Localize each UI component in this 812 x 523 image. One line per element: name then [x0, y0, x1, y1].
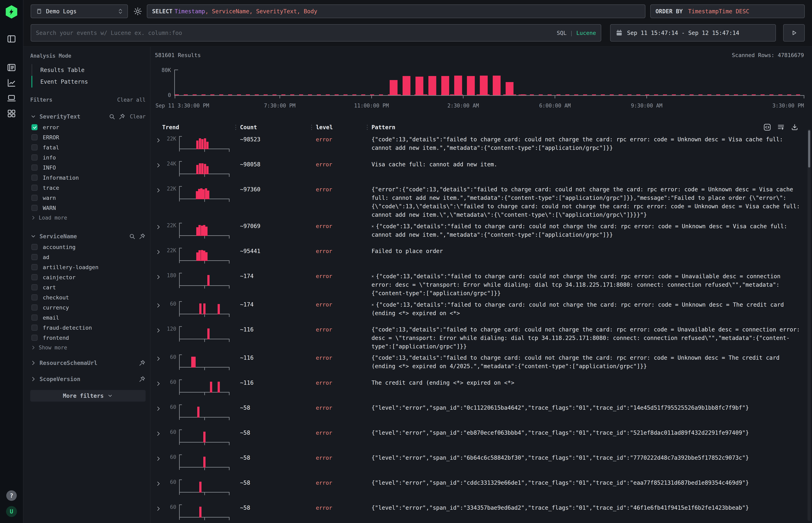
column-drag-handle-icon[interactable]: ⋮: [233, 124, 240, 130]
table-row[interactable]: 60~58error{"level":"error","span_id":"6b…: [155, 451, 804, 476]
chevron-right-icon[interactable]: [31, 345, 36, 350]
checkbox[interactable]: [32, 274, 37, 280]
table-row[interactable]: 60~174error×{"code":13,"details":"failed…: [155, 297, 804, 323]
histogram-bar[interactable]: [467, 76, 475, 95]
table-row[interactable]: 22K~98523error{"code":13,"details":"fail…: [155, 132, 804, 158]
pattern-text[interactable]: {"level":"error","span_id":"334357bae9ed…: [371, 504, 804, 512]
source-select[interactable]: Demo Logs: [31, 4, 128, 18]
col-header-level[interactable]: level: [316, 124, 364, 131]
table-scrollbar[interactable]: [808, 129, 811, 521]
checkbox[interactable]: [32, 314, 37, 321]
pin-icon[interactable]: [139, 360, 146, 366]
checkbox[interactable]: [32, 335, 37, 341]
pin-icon[interactable]: [119, 113, 125, 120]
download-icon[interactable]: [791, 123, 799, 131]
filter-option-artillery-loadgen[interactable]: artillery-loadgen: [30, 262, 146, 272]
row-expander-icon[interactable]: [155, 430, 161, 437]
pattern-text[interactable]: {"code":13,"details":"failed to charge c…: [371, 325, 804, 351]
checkbox[interactable]: [32, 164, 37, 170]
pattern-text[interactable]: The credit card (ending <*> expired on <…: [371, 379, 804, 387]
filter-option-currency[interactable]: currency: [30, 303, 146, 312]
pattern-text[interactable]: Failed to place order: [371, 247, 804, 255]
filter-option-fatal[interactable]: fatal: [30, 142, 146, 152]
filter-section-header-ScopeVersion[interactable]: ScopeVersion: [30, 373, 146, 385]
filter-option-INFO[interactable]: INFO: [30, 163, 146, 173]
filter-option-trace[interactable]: trace: [30, 183, 146, 193]
chevron-down-icon[interactable]: [30, 113, 36, 120]
more-filters-button[interactable]: More filters: [30, 390, 146, 402]
checkbox[interactable]: [32, 264, 37, 270]
table-row[interactable]: 60~116errorThe credit card (ending <*> e…: [155, 376, 804, 401]
select-query-input[interactable]: SELECT Timestamp, ServiceName, SeverityT…: [147, 4, 646, 18]
row-expander-icon[interactable]: [155, 162, 161, 169]
search-icon[interactable]: [129, 233, 136, 240]
sidebar-toggle-icon[interactable]: [6, 34, 17, 44]
checkbox[interactable]: [32, 155, 37, 161]
chevron-right-icon[interactable]: [30, 360, 36, 366]
filter-option-info[interactable]: info: [30, 152, 146, 163]
checkbox[interactable]: [32, 244, 37, 250]
pattern-text[interactable]: ×{"code":13,"details":"failed to charge …: [371, 301, 804, 318]
table-row[interactable]: 60~58error{"level":"error","span_id":"eb…: [155, 426, 804, 451]
checkbox-checked[interactable]: [32, 124, 37, 130]
pattern-text[interactable]: ×{"code":13,"details":"failed to charge …: [371, 222, 804, 239]
filter-section-header-ResourceSchemaUrl[interactable]: ResourceSchemaUrl: [30, 357, 146, 368]
histogram-bar[interactable]: [441, 76, 449, 95]
table-row[interactable]: 22K~97360error{"error":{"code":13,"detai…: [155, 182, 804, 219]
filter-option-frontend[interactable]: frontend: [30, 333, 146, 343]
checkbox[interactable]: [32, 144, 37, 150]
chevron-down-icon[interactable]: [30, 233, 36, 239]
filter-section-header-ServiceName[interactable]: ServiceName: [30, 231, 146, 242]
col-header-count[interactable]: Count: [240, 124, 308, 131]
clear-all-button[interactable]: Clear all: [117, 97, 146, 103]
checkbox[interactable]: [32, 254, 37, 260]
row-expander-icon[interactable]: [155, 327, 161, 334]
row-expander-icon[interactable]: [155, 274, 161, 281]
chevron-right-icon[interactable]: [30, 376, 36, 382]
pattern-text[interactable]: {"level":"error","span_id":"6b64c6c58842…: [371, 454, 804, 462]
checkbox[interactable]: [32, 205, 37, 211]
histogram-bar[interactable]: [454, 76, 462, 95]
row-expander-icon[interactable]: [155, 380, 161, 387]
pin-icon[interactable]: [139, 233, 146, 240]
filter-option-email[interactable]: email: [30, 312, 146, 323]
pattern-text[interactable]: {"level":"error","span_id":"eb870ecef063…: [371, 429, 804, 437]
histogram-bar[interactable]: [390, 80, 398, 95]
analysis-mode-event-patterns[interactable]: Event Patterns: [32, 76, 146, 88]
app-logo-icon[interactable]: [5, 5, 18, 19]
row-expander-icon[interactable]: [155, 455, 161, 462]
pattern-text[interactable]: Visa cache full: cannot add new item.: [371, 160, 804, 169]
filter-option-ERROR[interactable]: ERROR: [30, 132, 146, 142]
row-expander-icon[interactable]: [155, 405, 161, 412]
pattern-text[interactable]: {"code":13,"details":"failed to charge c…: [371, 135, 804, 152]
filter-option-Information[interactable]: Information: [30, 173, 146, 183]
load-more-button[interactable]: Load more: [30, 213, 146, 222]
table-row[interactable]: 24K~98058errorVisa cache full: cannot ad…: [155, 158, 804, 182]
source-settings-gear-icon[interactable]: [133, 7, 142, 16]
filter-clear-button[interactable]: Clear: [130, 113, 146, 120]
filter-option-checkout[interactable]: checkout: [30, 292, 146, 303]
row-expander-icon[interactable]: [155, 137, 161, 144]
row-expander-icon[interactable]: [155, 187, 161, 194]
checkbox[interactable]: [32, 195, 37, 201]
table-row[interactable]: 22K~95441errorFailed to place order: [155, 244, 804, 269]
table-row[interactable]: 180~174error×{"code":13,"details":"faile…: [155, 269, 804, 297]
checkbox[interactable]: [32, 325, 37, 331]
nav-sessions-icon[interactable]: [6, 93, 17, 103]
lang-toggle-lucene[interactable]: Lucene: [576, 30, 596, 36]
order-by-input[interactable]: ORDER BY TimestampTime DESC: [650, 4, 805, 18]
checkbox[interactable]: [32, 284, 37, 290]
row-expander-icon[interactable]: [155, 302, 161, 309]
help-button[interactable]: ?: [6, 490, 17, 501]
row-expander-icon[interactable]: [155, 223, 161, 231]
checkbox[interactable]: [32, 134, 37, 140]
histogram-bar[interactable]: [493, 76, 500, 95]
row-expander-icon[interactable]: [155, 355, 161, 362]
table-row[interactable]: 60~58error{"level":"error","span_id":"0c…: [155, 401, 804, 426]
histogram-bar[interactable]: [480, 76, 488, 95]
user-avatar[interactable]: U: [6, 506, 17, 517]
filter-option-WARN[interactable]: WARN: [30, 203, 146, 213]
histogram-bar[interactable]: [403, 76, 410, 95]
checkbox[interactable]: [32, 185, 37, 191]
pattern-text[interactable]: {"error":{"code":13,"details":"failed to…: [371, 185, 804, 219]
